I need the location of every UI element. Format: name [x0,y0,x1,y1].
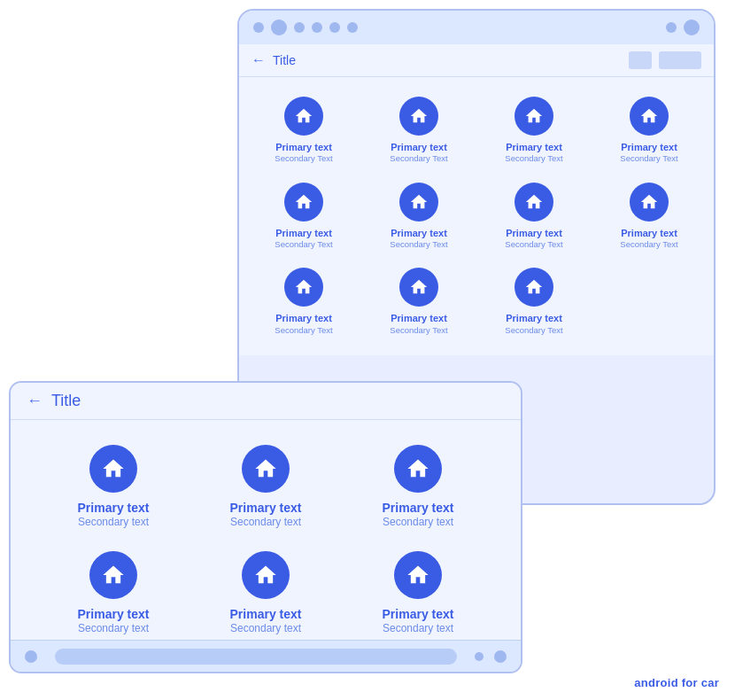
grid-secondary-text: Secondary Text [620,153,677,164]
grid-primary-text: Primary text [275,312,332,324]
grid-secondary-text: Secondary Text [390,239,447,250]
phone-title: Title [273,53,622,67]
tablet-secondary-text: Secondary text [383,622,453,636]
home-icon-circle [284,268,323,307]
home-icon-circle [399,183,438,222]
grid-primary-text: Primary text [621,227,677,239]
tablet-grid-item[interactable]: Primary text Secondary text [342,434,494,541]
grid-item[interactable]: Primary text Secondary Text [476,174,592,260]
grid-item[interactable]: Primary text Secondary Text [361,259,476,345]
status-dot [312,22,322,33]
tablet-secondary-text: Secondary text [78,516,149,530]
grid-item[interactable]: Primary text Secondary Text [246,88,361,174]
home-icon-circle [89,445,137,493]
phone-grid: Primary text Secondary Text Primary text… [239,77,714,355]
grid-secondary-text: Secondary Text [505,325,562,336]
nav-dot[interactable] [494,650,507,663]
nav-dot[interactable] [25,650,37,663]
grid-primary-text: Primary text [506,227,562,239]
status-dot-large [271,19,287,35]
home-icon-circle [284,97,323,136]
tablet-primary-text: Primary text [78,500,150,516]
back-arrow-icon[interactable]: ← [251,52,266,68]
grid-item[interactable]: Primary text Secondary Text [476,259,592,345]
home-icon-circle [242,551,290,599]
tablet-primary-text: Primary text [230,500,302,516]
home-icon-circle [514,268,553,307]
tablet-primary-text: Primary text [383,500,454,516]
grid-secondary-text: Secondary Text [275,153,332,164]
phone-title-bar: ← Title [239,44,714,77]
home-icon-circle [89,551,137,599]
grid-item[interactable]: Primary text Secondary Text [592,174,707,260]
tablet-primary-text: Primary text [230,606,302,622]
grid-item[interactable]: Primary text Secondary Text [361,174,476,260]
grid-primary-text: Primary text [391,312,447,324]
tablet-primary-text: Primary text [78,606,150,622]
grid-item[interactable]: Primary text Secondary Text [476,88,592,174]
back-arrow-icon[interactable]: ← [27,392,43,410]
tablet-title: Title [51,392,81,410]
watermark-normal: android for [634,676,697,689]
grid-primary-text: Primary text [621,141,677,153]
grid-secondary-text: Secondary Text [505,239,562,250]
grid-secondary-text: Secondary Text [390,153,447,164]
tablet-grid-item[interactable]: Primary text Secondary text [190,541,342,647]
tablet-grid-item[interactable]: Primary text Secondary text [37,434,190,541]
grid-primary-text: Primary text [391,141,447,153]
home-icon-circle [284,183,323,222]
grid-primary-text: Primary text [506,141,562,153]
tablet-bottom-bar [11,640,521,672]
tablet-grid-item[interactable]: Primary text Secondary text [190,434,342,541]
home-icon-circle [394,445,442,493]
grid-item[interactable]: Primary text Secondary Text [361,88,476,174]
home-icon-circle [399,268,438,307]
grid-item[interactable]: Primary text Secondary Text [246,259,361,345]
home-icon-circle [514,97,553,136]
status-dot-large [684,19,700,35]
phone-action-icon-btn[interactable] [629,51,652,69]
home-icon-circle [514,183,553,222]
grid-secondary-text: Secondary Text [275,325,332,336]
status-dot [666,22,677,33]
tablet-secondary-text: Secondary text [230,622,301,636]
home-icon-circle [242,445,290,493]
grid-item[interactable]: Primary text Secondary Text [246,174,361,260]
tablet-grid: Primary text Secondary text Primary text… [11,420,521,661]
grid-secondary-text: Secondary Text [390,325,447,336]
status-dot [347,22,358,33]
grid-primary-text: Primary text [275,227,332,239]
grid-secondary-text: Secondary Text [275,239,332,250]
tablet-secondary-text: Secondary text [78,622,149,636]
watermark: android for car [634,676,719,689]
phone-action-wide-btn[interactable] [659,51,701,69]
tablet-primary-text: Primary text [383,606,454,622]
grid-primary-text: Primary text [275,141,332,153]
status-dot [253,22,264,33]
tablet-secondary-text: Secondary text [383,516,453,530]
nav-pill[interactable] [55,649,457,665]
grid-item[interactable]: Primary text Secondary Text [592,88,707,174]
nav-dot-small[interactable] [475,652,484,661]
status-dot [329,22,340,33]
grid-primary-text: Primary text [506,312,562,324]
tablet-grid-item[interactable]: Primary text Secondary text [342,541,494,647]
watermark-bold: car [701,676,719,689]
tablet-mockup: ← Title Primary text Secondary text Prim… [9,381,522,673]
phone-top-bar [239,11,714,44]
tablet-grid-item[interactable]: Primary text Secondary text [37,541,190,647]
tablet-secondary-text: Secondary text [230,516,301,530]
home-icon-circle [630,183,669,222]
tablet-title-bar: ← Title [11,383,521,420]
home-icon-circle [394,551,442,599]
home-icon-circle [399,97,438,136]
grid-secondary-text: Secondary Text [620,239,677,250]
home-icon-circle [630,97,669,136]
grid-secondary-text: Secondary Text [505,153,562,164]
grid-primary-text: Primary text [391,227,447,239]
status-dot [294,22,305,33]
